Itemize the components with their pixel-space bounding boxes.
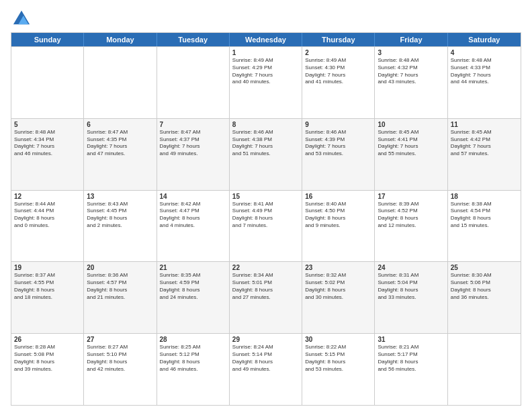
cell-info: Sunrise: 8:42 AM Sunset: 4:47 PM Dayligh… — [160, 201, 226, 230]
day-number: 14 — [160, 193, 226, 200]
calendar-cell: 27Sunrise: 8:27 AM Sunset: 5:10 PM Dayli… — [84, 334, 157, 405]
day-number: 2 — [305, 49, 371, 56]
calendar-cell: 3Sunrise: 8:48 AM Sunset: 4:32 PM Daylig… — [375, 47, 447, 118]
cell-info: Sunrise: 8:27 AM Sunset: 5:10 PM Dayligh… — [87, 344, 153, 373]
calendar-cell: 17Sunrise: 8:39 AM Sunset: 4:52 PM Dayli… — [375, 191, 447, 262]
calendar-row-1: 5Sunrise: 8:48 AM Sunset: 4:34 PM Daylig… — [11, 118, 521, 190]
calendar-cell — [11, 47, 84, 118]
cell-info: Sunrise: 8:45 AM Sunset: 4:41 PM Dayligh… — [378, 129, 444, 158]
page: SundayMondayTuesdayWednesdayThursdayFrid… — [0, 0, 532, 411]
calendar-cell: 15Sunrise: 8:41 AM Sunset: 4:49 PM Dayli… — [230, 191, 302, 262]
calendar-cell: 9Sunrise: 8:46 AM Sunset: 4:39 PM Daylig… — [302, 119, 375, 190]
day-number: 11 — [451, 121, 518, 128]
cell-info: Sunrise: 8:21 AM Sunset: 5:17 PM Dayligh… — [378, 344, 444, 373]
day-number: 24 — [378, 264, 444, 271]
calendar-cell: 14Sunrise: 8:42 AM Sunset: 4:47 PM Dayli… — [157, 191, 230, 262]
calendar-body: 1Sunrise: 8:49 AM Sunset: 4:29 PM Daylig… — [11, 46, 521, 405]
calendar-cell: 28Sunrise: 8:25 AM Sunset: 5:12 PM Dayli… — [157, 334, 230, 405]
calendar-cell: 25Sunrise: 8:30 AM Sunset: 5:06 PM Dayli… — [448, 262, 521, 333]
cell-info: Sunrise: 8:22 AM Sunset: 5:15 PM Dayligh… — [305, 344, 371, 373]
day-number: 10 — [378, 121, 444, 128]
day-number: 4 — [451, 49, 518, 56]
calendar-cell: 20Sunrise: 8:36 AM Sunset: 4:57 PM Dayli… — [84, 262, 157, 333]
day-number: 20 — [87, 264, 153, 271]
calendar-cell: 24Sunrise: 8:31 AM Sunset: 5:04 PM Dayli… — [375, 262, 447, 333]
day-number: 15 — [232, 193, 299, 200]
day-number: 27 — [87, 336, 153, 343]
day-number: 3 — [378, 49, 444, 56]
calendar-cell: 10Sunrise: 8:45 AM Sunset: 4:41 PM Dayli… — [375, 119, 447, 190]
calendar-cell: 6Sunrise: 8:47 AM Sunset: 4:35 PM Daylig… — [84, 119, 157, 190]
calendar-row-2: 12Sunrise: 8:44 AM Sunset: 4:44 PM Dayli… — [11, 190, 521, 262]
cell-info: Sunrise: 8:48 AM Sunset: 4:34 PM Dayligh… — [14, 129, 81, 158]
weekday-header-sunday: Sunday — [11, 33, 84, 46]
day-number: 16 — [305, 193, 371, 200]
calendar-cell: 29Sunrise: 8:24 AM Sunset: 5:14 PM Dayli… — [230, 334, 302, 405]
calendar: SundayMondayTuesdayWednesdayThursdayFrid… — [11, 32, 521, 406]
cell-info: Sunrise: 8:31 AM Sunset: 5:04 PM Dayligh… — [378, 272, 444, 301]
day-number: 22 — [232, 264, 299, 271]
weekday-header-thursday: Thursday — [302, 33, 375, 46]
calendar-cell: 7Sunrise: 8:47 AM Sunset: 4:37 PM Daylig… — [157, 119, 230, 190]
calendar-cell: 11Sunrise: 8:45 AM Sunset: 4:42 PM Dayli… — [448, 119, 521, 190]
calendar-cell — [84, 47, 157, 118]
day-number: 7 — [160, 121, 226, 128]
header — [11, 8, 521, 27]
weekday-header-wednesday: Wednesday — [230, 33, 302, 46]
cell-info: Sunrise: 8:45 AM Sunset: 4:42 PM Dayligh… — [451, 129, 518, 158]
day-number: 21 — [160, 264, 226, 271]
day-number: 30 — [305, 336, 371, 343]
day-number: 9 — [305, 121, 371, 128]
cell-info: Sunrise: 8:38 AM Sunset: 4:54 PM Dayligh… — [451, 201, 518, 230]
cell-info: Sunrise: 8:46 AM Sunset: 4:39 PM Dayligh… — [305, 129, 371, 158]
calendar-cell — [448, 334, 521, 405]
cell-info: Sunrise: 8:48 AM Sunset: 4:33 PM Dayligh… — [451, 57, 518, 86]
day-number: 29 — [232, 336, 299, 343]
calendar-cell: 26Sunrise: 8:28 AM Sunset: 5:08 PM Dayli… — [11, 334, 84, 405]
day-number: 13 — [87, 193, 153, 200]
calendar-cell: 16Sunrise: 8:40 AM Sunset: 4:50 PM Dayli… — [302, 191, 375, 262]
day-number: 1 — [232, 49, 299, 56]
calendar-cell: 2Sunrise: 8:49 AM Sunset: 4:30 PM Daylig… — [302, 47, 375, 118]
cell-info: Sunrise: 8:39 AM Sunset: 4:52 PM Dayligh… — [378, 201, 444, 230]
cell-info: Sunrise: 8:44 AM Sunset: 4:44 PM Dayligh… — [14, 201, 81, 230]
calendar-row-0: 1Sunrise: 8:49 AM Sunset: 4:29 PM Daylig… — [11, 46, 521, 118]
calendar-cell: 30Sunrise: 8:22 AM Sunset: 5:15 PM Dayli… — [302, 334, 375, 405]
calendar-cell: 4Sunrise: 8:48 AM Sunset: 4:33 PM Daylig… — [448, 47, 521, 118]
logo — [11, 8, 31, 27]
calendar-cell: 1Sunrise: 8:49 AM Sunset: 4:29 PM Daylig… — [230, 47, 302, 118]
cell-info: Sunrise: 8:47 AM Sunset: 4:35 PM Dayligh… — [87, 129, 153, 158]
cell-info: Sunrise: 8:49 AM Sunset: 4:29 PM Dayligh… — [232, 57, 299, 86]
day-number: 8 — [232, 121, 299, 128]
calendar-cell: 8Sunrise: 8:46 AM Sunset: 4:38 PM Daylig… — [230, 119, 302, 190]
calendar-row-3: 19Sunrise: 8:37 AM Sunset: 4:55 PM Dayli… — [11, 261, 521, 333]
cell-info: Sunrise: 8:32 AM Sunset: 5:02 PM Dayligh… — [305, 272, 371, 301]
weekday-header-saturday: Saturday — [448, 33, 521, 46]
calendar-row-4: 26Sunrise: 8:28 AM Sunset: 5:08 PM Dayli… — [11, 333, 521, 405]
calendar-cell: 19Sunrise: 8:37 AM Sunset: 4:55 PM Dayli… — [11, 262, 84, 333]
day-number: 17 — [378, 193, 444, 200]
day-number: 26 — [14, 336, 81, 343]
cell-info: Sunrise: 8:28 AM Sunset: 5:08 PM Dayligh… — [14, 344, 81, 373]
calendar-cell: 12Sunrise: 8:44 AM Sunset: 4:44 PM Dayli… — [11, 191, 84, 262]
cell-info: Sunrise: 8:49 AM Sunset: 4:30 PM Dayligh… — [305, 57, 371, 86]
day-number: 28 — [160, 336, 226, 343]
day-number: 31 — [378, 336, 444, 343]
cell-info: Sunrise: 8:30 AM Sunset: 5:06 PM Dayligh… — [451, 272, 518, 301]
calendar-cell: 31Sunrise: 8:21 AM Sunset: 5:17 PM Dayli… — [375, 334, 447, 405]
cell-info: Sunrise: 8:43 AM Sunset: 4:45 PM Dayligh… — [87, 201, 153, 230]
day-number: 18 — [451, 193, 518, 200]
cell-info: Sunrise: 8:36 AM Sunset: 4:57 PM Dayligh… — [87, 272, 153, 301]
calendar-cell: 23Sunrise: 8:32 AM Sunset: 5:02 PM Dayli… — [302, 262, 375, 333]
cell-info: Sunrise: 8:41 AM Sunset: 4:49 PM Dayligh… — [232, 201, 299, 230]
cell-info: Sunrise: 8:48 AM Sunset: 4:32 PM Dayligh… — [378, 57, 444, 86]
weekday-header-friday: Friday — [375, 33, 447, 46]
calendar-cell: 22Sunrise: 8:34 AM Sunset: 5:01 PM Dayli… — [230, 262, 302, 333]
day-number: 23 — [305, 264, 371, 271]
weekday-header-monday: Monday — [84, 33, 157, 46]
calendar-cell — [157, 47, 230, 118]
weekday-header-tuesday: Tuesday — [157, 33, 230, 46]
cell-info: Sunrise: 8:47 AM Sunset: 4:37 PM Dayligh… — [160, 129, 226, 158]
cell-info: Sunrise: 8:25 AM Sunset: 5:12 PM Dayligh… — [160, 344, 226, 373]
calendar-cell: 13Sunrise: 8:43 AM Sunset: 4:45 PM Dayli… — [84, 191, 157, 262]
